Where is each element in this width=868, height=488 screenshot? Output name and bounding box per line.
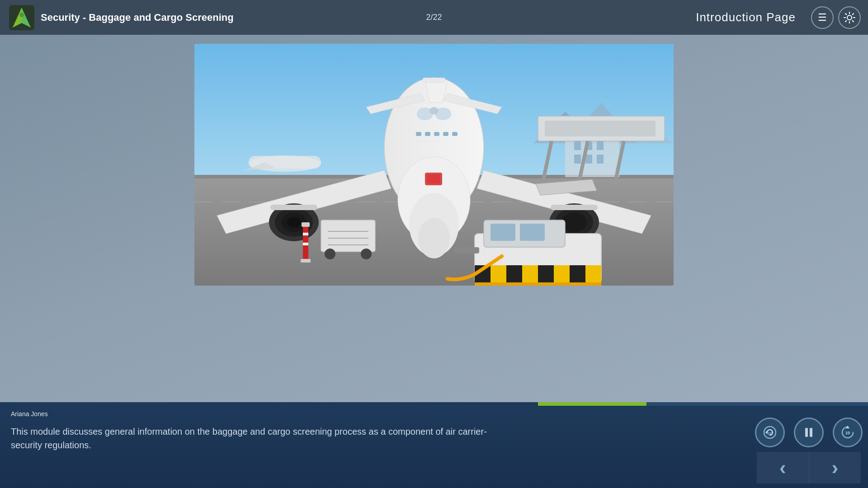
pause-button[interactable] <box>794 418 824 447</box>
svg-rect-73 <box>506 265 522 283</box>
header: Security - Baggage and Cargo Screening 2… <box>0 0 868 35</box>
page-name: Introduction Page <box>696 10 796 24</box>
svg-rect-76 <box>475 282 601 286</box>
rewind-icon: 10 <box>840 424 856 441</box>
svg-rect-30 <box>416 132 421 136</box>
gear-icon <box>843 11 856 24</box>
svg-point-3 <box>19 13 24 17</box>
replay-icon: CC <box>763 425 777 440</box>
svg-rect-92 <box>805 428 808 437</box>
svg-point-82 <box>361 249 372 259</box>
text-content: Ariana Jones This module discusses gener… <box>11 410 857 452</box>
svg-rect-34 <box>452 132 458 136</box>
svg-rect-86 <box>303 233 308 235</box>
rewind-button[interactable]: 10 <box>833 418 863 447</box>
svg-rect-53 <box>545 121 656 136</box>
logo-area: Security - Baggage and Cargo Screening <box>9 5 234 30</box>
media-controls: CC 10 <box>755 418 863 447</box>
next-chevron-icon: › <box>831 458 838 478</box>
airport-scene-svg <box>194 44 674 286</box>
svg-rect-41 <box>270 205 317 210</box>
svg-rect-51 <box>427 174 440 183</box>
svg-rect-45 <box>551 205 598 210</box>
logo-icon <box>9 5 34 30</box>
prev-chevron-icon: ‹ <box>779 458 786 478</box>
page-counter: 2/22 <box>426 13 442 22</box>
svg-marker-90 <box>765 431 767 434</box>
svg-rect-47 <box>423 78 445 83</box>
description-text: This module discusses general informatio… <box>11 425 508 452</box>
progress-bar-container <box>538 402 868 406</box>
header-buttons: ☰ <box>811 6 861 29</box>
svg-point-29 <box>418 218 450 258</box>
nav-controls: ‹ › <box>757 452 861 483</box>
svg-rect-77 <box>321 220 375 252</box>
main-image <box>194 44 674 286</box>
svg-text:CC: CC <box>768 432 772 435</box>
svg-rect-14 <box>574 141 581 150</box>
svg-rect-75 <box>570 265 585 283</box>
svg-rect-33 <box>443 132 448 136</box>
menu-button[interactable]: ☰ <box>811 6 834 29</box>
svg-text:10: 10 <box>845 431 850 435</box>
svg-point-40 <box>287 217 301 228</box>
svg-point-81 <box>325 249 335 259</box>
next-button[interactable]: › <box>809 452 861 483</box>
controls-area: CC 10 <box>757 413 861 483</box>
svg-rect-16 <box>597 141 604 150</box>
svg-rect-32 <box>434 132 439 136</box>
svg-rect-87 <box>303 243 308 245</box>
svg-rect-85 <box>301 259 311 263</box>
svg-rect-60 <box>491 224 515 241</box>
bottom-panel: Ariana Jones This module discusses gener… <box>0 402 868 488</box>
main-content: Ariana Jones This module discusses gener… <box>0 35 868 488</box>
svg-rect-17 <box>574 155 581 164</box>
svg-rect-84 <box>302 222 310 227</box>
svg-rect-93 <box>810 428 812 437</box>
svg-rect-19 <box>597 155 604 164</box>
svg-point-26 <box>429 107 439 114</box>
pause-icon <box>802 426 815 439</box>
svg-rect-88 <box>454 247 479 253</box>
replay-button[interactable]: CC <box>755 418 785 447</box>
progress-fill <box>538 402 646 406</box>
settings-button[interactable] <box>838 6 861 29</box>
svg-rect-61 <box>520 224 545 241</box>
user-name: Ariana Jones <box>11 410 821 418</box>
svg-rect-31 <box>425 132 430 136</box>
svg-rect-18 <box>585 155 592 164</box>
prev-button[interactable]: ‹ <box>757 452 809 483</box>
svg-point-4 <box>847 15 852 20</box>
course-title: Security - Baggage and Cargo Screening <box>41 12 234 23</box>
svg-rect-74 <box>538 265 554 283</box>
